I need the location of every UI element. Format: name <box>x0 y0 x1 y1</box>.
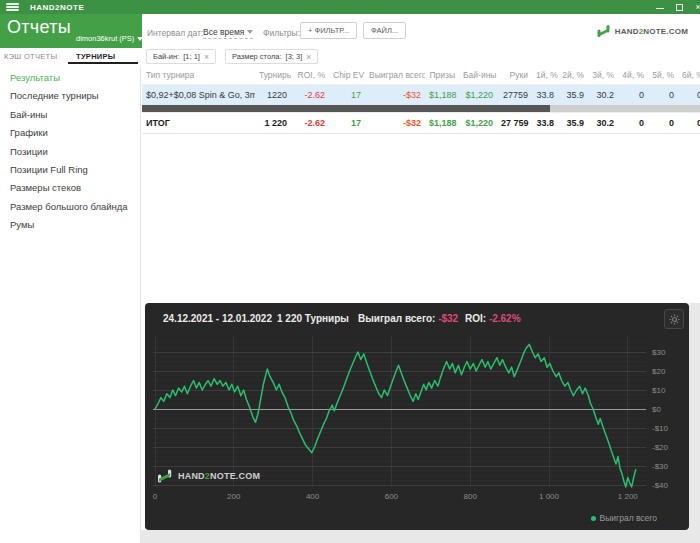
header-cell-won_total[interactable]: Выиграл всего <box>365 66 425 84</box>
cell-roi: -2.62 <box>291 85 329 105</box>
chevron-down-icon <box>137 37 143 41</box>
cell-p4: 0 <box>618 85 648 105</box>
header-cell-p2[interactable]: 2й, % <box>558 66 588 84</box>
winnings-chart-panel: 02004006008001 0001 200$30$20$10$0-$10-$… <box>145 303 689 530</box>
chart-tournament-count: 1 220 Турниры <box>277 313 349 324</box>
header-cell-chip_ev[interactable]: Chip EV <box>329 66 365 84</box>
header-cell-p4[interactable]: 4й, % <box>618 66 648 84</box>
sidebar-item-1[interactable]: Последние турниры <box>0 87 140 105</box>
winnings-line-chart: 02004006008001 0001 200$30$20$10$0-$10-$… <box>145 303 689 530</box>
brand-text: HAND2NOTE.COM <box>615 27 688 36</box>
cell-p5: 0 <box>648 113 678 133</box>
sidebar-item-0[interactable]: Результаты <box>0 69 140 87</box>
cell-hands: 27759 <box>497 85 532 105</box>
cell-prizes: $1,188 <box>425 113 459 133</box>
header-cell-hands[interactable]: Руки <box>497 66 532 84</box>
close-icon[interactable]: × <box>204 53 209 61</box>
sidebar-item-5[interactable]: Позиции Full Ring <box>0 161 140 179</box>
chart-roi: ROI: -2.62% <box>465 313 521 324</box>
filter-chip-table-size[interactable]: Размер стола: [3; 3] × <box>225 49 318 64</box>
cell-p3: 30.2 <box>588 85 618 105</box>
cell-prizes: $1,188 <box>425 85 459 105</box>
header-cell-type[interactable]: Тип турнира <box>142 66 255 84</box>
add-filter-button[interactable]: + ФИЛЬТР... <box>300 22 357 39</box>
cell-p2: 35.9 <box>558 85 588 105</box>
sidebar-item-8[interactable]: Румы <box>0 216 140 234</box>
table-header-row: Тип турнираТурнирыROI, %Chip EVВыиграл в… <box>142 66 700 85</box>
cell-p3: 30.2 <box>588 113 618 133</box>
svg-text:800: 800 <box>464 492 478 501</box>
cell-buyins: $1,220 <box>459 113 497 133</box>
cell-type: ИТОГ <box>142 113 255 133</box>
svg-text:-$10: -$10 <box>652 424 669 433</box>
cell-hands: 27 759 <box>497 113 532 133</box>
chart-date-range: 24.12.2021 - 12.01.2022 <box>163 313 272 324</box>
cell-p5: 0 <box>648 85 678 105</box>
page-title: Отчеты <box>7 17 71 38</box>
cell-p2: 35.9 <box>558 113 588 133</box>
cell-won_total: -$32 <box>365 85 425 105</box>
header-cell-prizes[interactable]: Призы <box>425 66 459 84</box>
account-name: dimon36krut (PS) <box>76 34 134 43</box>
chart-won-total: Выиграл всего: -$32 <box>358 313 458 324</box>
date-interval-label: Интервал дат: <box>147 28 203 38</box>
cell-roi: -2.62 <box>291 113 329 133</box>
maximize-button[interactable] <box>674 2 684 12</box>
header-cell-p1[interactable]: 1й, % <box>532 66 558 84</box>
close-icon[interactable]: × <box>306 53 311 61</box>
cell-tournaments: 1220 <box>255 85 291 105</box>
gear-icon <box>669 314 680 325</box>
right-gutter <box>689 303 700 530</box>
legend-item-won-total[interactable]: Выиграл всего <box>591 513 657 523</box>
hand2note-logo-icon <box>596 24 611 38</box>
filter-chips-row: Бай-ин: [1; 1] × Размер стола: [3; 3] × <box>142 48 700 66</box>
header-cell-p5[interactable]: 5й, % <box>648 66 678 84</box>
active-tab-underline <box>68 62 138 65</box>
svg-text:-$20: -$20 <box>652 443 669 452</box>
close-button[interactable]: × <box>693 2 700 12</box>
filters-label: Фильтры: <box>263 28 300 38</box>
tab-tournaments[interactable]: ТУРНИРЫ <box>76 52 116 61</box>
menu-icon[interactable] <box>6 3 19 11</box>
svg-text:$30: $30 <box>652 348 666 357</box>
account-selector[interactable]: dimon36krut (PS) <box>76 34 143 43</box>
cell-tournaments: 1 220 <box>255 113 291 133</box>
sidebar-item-2[interactable]: Бай-ины <box>0 106 140 124</box>
cell-p6: 0 <box>678 85 700 105</box>
report-tabs: КЭШ ОТЧЕТЫ ТУРНИРЫ <box>0 48 142 66</box>
tab-cash-reports[interactable]: КЭШ ОТЧЕТЫ <box>4 52 57 61</box>
svg-text:$10: $10 <box>652 386 666 395</box>
cell-buyins: $1,220 <box>459 85 497 105</box>
app-titlebar: HAND2NOTE × <box>0 0 700 14</box>
sidebar-item-4[interactable]: Позиции <box>0 143 140 161</box>
cell-p4: 0 <box>618 113 648 133</box>
app-title: HAND2NOTE <box>30 3 84 12</box>
table-horizontal-scrollbar[interactable] <box>142 105 700 112</box>
chart-watermark: HAND2NOTE.COM <box>156 468 260 484</box>
sidebar-item-7[interactable]: Размер большого блайнда <box>0 198 140 216</box>
date-interval-value[interactable]: Все время <box>203 27 253 39</box>
svg-text:$20: $20 <box>652 367 666 376</box>
scrollbar-thumb[interactable] <box>142 105 550 112</box>
chart-settings-button[interactable] <box>664 309 684 329</box>
table-row[interactable]: $0,92+$0,08 Spin & Go, 3max1220-2.6217-$… <box>142 85 700 105</box>
cell-p1: 33.8 <box>532 85 558 105</box>
bottom-gutter <box>140 530 700 543</box>
cell-chip_ev: 17 <box>329 113 365 133</box>
sidebar-item-6[interactable]: Размеры стеков <box>0 179 140 197</box>
svg-text:$0: $0 <box>652 405 661 414</box>
filter-chip-buyin[interactable]: Бай-ин: [1; 1] × <box>146 49 216 64</box>
header-cell-tournaments[interactable]: Турниры <box>255 66 291 84</box>
header-cell-p6[interactable]: 6й, % <box>678 66 700 84</box>
table-row[interactable]: ИТОГ1 220-2.6217-$32$1,188$1,22027 75933… <box>142 112 700 134</box>
hand2note-logo-icon <box>156 468 173 484</box>
header-cell-buyins[interactable]: Бай-ины <box>459 66 497 84</box>
file-button[interactable]: ФАЙЛ... <box>363 22 406 39</box>
sidebar-item-3[interactable]: Графики <box>0 124 140 142</box>
minimize-button[interactable] <box>655 2 665 12</box>
header-cell-roi[interactable]: ROI, % <box>291 66 329 84</box>
cell-chip_ev: 17 <box>329 85 365 105</box>
cell-type: $0,92+$0,08 Spin & Go, 3max <box>142 85 255 105</box>
header-cell-p3[interactable]: 3й, % <box>588 66 618 84</box>
chevron-down-icon <box>247 30 253 34</box>
